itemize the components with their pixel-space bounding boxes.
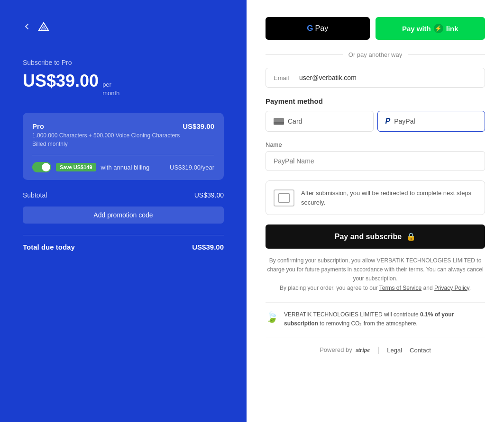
eco-divider bbox=[266, 302, 485, 303]
redirect-icon bbox=[274, 189, 294, 207]
pay-subscribe-button[interactable]: Pay and subscribe 🔒 bbox=[266, 224, 485, 249]
brand-logo bbox=[37, 21, 50, 34]
legal-text-main: By confirming your subscription, you all… bbox=[267, 257, 483, 282]
subscribe-label: Subscribe to Pro bbox=[23, 59, 224, 66]
save-badge: Save US$149 bbox=[56, 163, 96, 171]
paypal-icon: P bbox=[385, 117, 391, 126]
powered-by-label: Powered by bbox=[320, 346, 352, 353]
payment-tabs: Card P PayPal bbox=[266, 111, 485, 132]
divider-right bbox=[408, 54, 485, 55]
annual-price: US$319.00/year bbox=[170, 164, 214, 171]
footer-row: Powered by stripe | Legal Contact bbox=[266, 346, 485, 354]
plan-header: Pro US$39.00 bbox=[32, 122, 214, 130]
plan-billing: Billed monthly bbox=[32, 141, 214, 147]
link-bolt-icon: ⚡ bbox=[434, 24, 443, 33]
subtotal-divider bbox=[23, 235, 224, 235]
email-field-wrapper[interactable]: Email user@verbatik.com bbox=[266, 68, 485, 88]
toggle-left: Save US$149 with annual billing bbox=[32, 162, 149, 172]
annual-with-text: with annual billing bbox=[101, 164, 150, 171]
tab-card[interactable]: Card bbox=[266, 111, 374, 132]
and-text: and bbox=[423, 285, 433, 291]
eco-text: VERBATIK TECHNOLOGIES LIMITED will contr… bbox=[284, 310, 485, 328]
lock-icon: 🔒 bbox=[406, 232, 416, 241]
card-icon bbox=[274, 118, 284, 125]
plan-price: US$39.00 bbox=[183, 122, 214, 130]
redirect-inner-icon bbox=[278, 193, 290, 203]
email-label: Email bbox=[274, 74, 293, 81]
promo-code-button[interactable]: Add promotion code bbox=[23, 207, 224, 224]
email-value: user@verbatik.com bbox=[299, 74, 357, 81]
subtotal-row: Subtotal US$39.00 bbox=[23, 191, 224, 199]
legal-text-order: By placing your order, you agree to our bbox=[280, 285, 378, 291]
eco-company: VERBATIK TECHNOLOGIES LIMITED will contr… bbox=[284, 311, 419, 318]
legal-text: By confirming your subscription, you all… bbox=[266, 256, 485, 293]
subtotal-value: US$39.00 bbox=[194, 191, 224, 199]
plan-card: Pro US$39.00 1.000.000 Characters + 500.… bbox=[23, 113, 224, 180]
payment-method-heading: Payment method bbox=[266, 97, 485, 105]
footer-separator: | bbox=[377, 346, 379, 354]
tab-paypal[interactable]: P PayPal bbox=[377, 111, 486, 132]
pay-subscribe-label: Pay and subscribe bbox=[335, 233, 402, 241]
tos-link[interactable]: Terms of Service bbox=[379, 285, 422, 291]
redirect-text: After submission, you will be redirected… bbox=[301, 189, 477, 207]
redirect-notice: After submission, you will be redirected… bbox=[266, 180, 485, 215]
divider-left bbox=[266, 54, 343, 55]
subtotal-label: Subtotal bbox=[23, 191, 47, 199]
total-label: Total due today bbox=[23, 243, 75, 251]
name-label: Name bbox=[266, 141, 485, 148]
card-tab-label: Card bbox=[288, 117, 302, 125]
annual-toggle-row: Save US$149 with annual billing US$319.0… bbox=[32, 155, 214, 172]
pay-with-text: Pay with bbox=[402, 25, 431, 33]
contact-link[interactable]: Contact bbox=[410, 347, 431, 354]
price-amount: US$39.00 bbox=[23, 71, 99, 91]
nav-header bbox=[23, 21, 224, 34]
right-panel: G Pay Pay with ⚡ link Or pay another way… bbox=[247, 0, 504, 422]
powered-by-text: Powered by stripe bbox=[320, 346, 370, 354]
plan-name: Pro bbox=[32, 122, 44, 130]
stripe-logo: stripe bbox=[356, 346, 370, 353]
annual-toggle[interactable] bbox=[32, 162, 51, 172]
price-row: US$39.00 permonth bbox=[23, 71, 224, 98]
total-row: Total due today US$39.00 bbox=[23, 243, 224, 251]
gpay-g-icon: G bbox=[307, 24, 313, 33]
divider-row: Or pay another way bbox=[266, 51, 485, 58]
gpay-button[interactable]: G Pay bbox=[266, 17, 370, 40]
link-text: link bbox=[446, 25, 458, 33]
eco-suffix: to removing CO₂ from the atmosphere. bbox=[320, 320, 417, 327]
total-value: US$39.00 bbox=[192, 243, 224, 251]
price-period: permonth bbox=[102, 81, 119, 98]
privacy-link[interactable]: Privacy Policy bbox=[434, 285, 469, 291]
paypal-tab-label: PayPal bbox=[394, 117, 415, 125]
gpay-label: Pay bbox=[315, 24, 329, 33]
name-input[interactable] bbox=[266, 151, 485, 171]
footer-divider bbox=[266, 338, 485, 338]
leaf-icon: 🍃 bbox=[266, 311, 278, 323]
plan-features: 1.000.000 Characters + 500.000 Voice Clo… bbox=[32, 132, 214, 139]
left-panel: Subscribe to Pro US$39.00 permonth Pro U… bbox=[0, 0, 247, 422]
legal-link[interactable]: Legal bbox=[387, 347, 402, 354]
pay-with-link-button[interactable]: Pay with ⚡ link bbox=[376, 17, 486, 40]
payment-buttons-row: G Pay Pay with ⚡ link bbox=[266, 17, 485, 40]
divider-text: Or pay another way bbox=[348, 51, 402, 58]
eco-row: 🍃 VERBATIK TECHNOLOGIES LIMITED will con… bbox=[266, 310, 485, 328]
back-button[interactable] bbox=[23, 22, 31, 33]
